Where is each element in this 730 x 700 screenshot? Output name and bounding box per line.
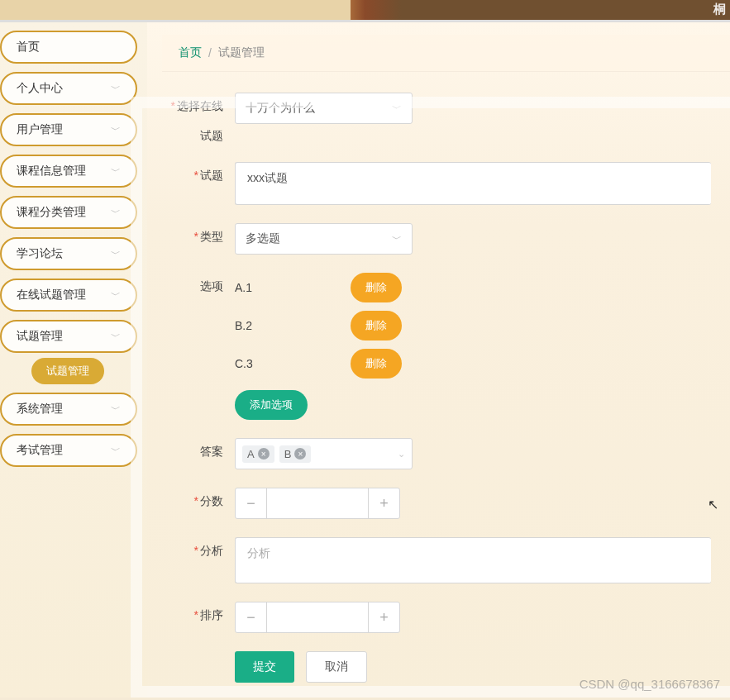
- answer-multiselect[interactable]: A × B × ⌄: [235, 438, 413, 469]
- nav-exam-mgmt[interactable]: 考试管理 ﹀: [0, 434, 137, 467]
- nav-personal-center[interactable]: 个人中心 ﹀: [0, 72, 137, 105]
- add-option-button[interactable]: 添加选项: [235, 390, 308, 420]
- remove-tag-icon[interactable]: ×: [294, 448, 306, 460]
- select-type[interactable]: 多选题 ﹀: [235, 223, 413, 255]
- label-score: *分数: [164, 488, 223, 509]
- chevron-down-icon: ﹀: [111, 206, 121, 220]
- chevron-down-icon: ﹀: [111, 123, 121, 137]
- main-content: 首页 / 试题管理 *选择在线 试题 十万个为什么 ﹀ *试题: [147, 22, 730, 698]
- nav-system-mgmt[interactable]: 系统管理 ﹀: [0, 393, 137, 426]
- analysis-input[interactable]: 分析: [235, 537, 711, 583]
- required-mark: *: [194, 230, 198, 243]
- breadcrumb: 首页 / 试题管理: [162, 35, 730, 72]
- top-banner: 桐: [0, 0, 730, 22]
- nav-label: 系统管理: [17, 402, 63, 417]
- chevron-down-icon: ﹀: [111, 164, 121, 179]
- answer-tag: A ×: [242, 445, 274, 463]
- nav-label: 首页: [17, 40, 40, 55]
- chevron-down-icon: ﹀: [111, 444, 121, 458]
- sidebar: 首页 个人中心 ﹀ 用户管理 ﹀ 课程信息管理 ﹀ 课程分类管理 ﹀ 学习论坛 …: [0, 22, 147, 698]
- label-question: *试题: [164, 162, 223, 183]
- label-answer: 答案: [164, 438, 223, 460]
- nav-course-info-mgmt[interactable]: 课程信息管理 ﹀: [0, 155, 137, 188]
- select-value: 多选题: [246, 231, 280, 246]
- cancel-button[interactable]: 取消: [306, 651, 367, 683]
- chevron-down-icon: ﹀: [392, 232, 402, 246]
- option-text[interactable]: B.2: [235, 319, 351, 332]
- chevron-down-icon: ﹀: [111, 402, 121, 417]
- label-type: *类型: [164, 223, 223, 245]
- nav-submenu: 试题管理: [31, 358, 137, 384]
- delete-option-button[interactable]: 删除: [351, 311, 402, 340]
- nav-label: 课程分类管理: [17, 205, 86, 220]
- score-input[interactable]: [267, 488, 368, 518]
- question-form: *选择在线 试题 十万个为什么 ﹀ *试题 xxx试题: [147, 72, 730, 700]
- nav-study-forum[interactable]: 学习论坛 ﹀: [0, 237, 137, 270]
- option-row: A.1 删除: [235, 273, 402, 302]
- nav-course-category-mgmt[interactable]: 课程分类管理 ﹀: [0, 196, 137, 229]
- delete-option-button[interactable]: 删除: [351, 273, 402, 302]
- breadcrumb-sep: /: [208, 46, 212, 60]
- select-value: 十万个为什么: [246, 101, 315, 116]
- minus-icon[interactable]: −: [236, 488, 267, 518]
- score-stepper[interactable]: − +: [235, 488, 400, 519]
- breadcrumb-home[interactable]: 首页: [179, 45, 202, 60]
- required-mark: *: [194, 544, 198, 557]
- plus-icon[interactable]: +: [368, 488, 399, 518]
- option-text[interactable]: A.1: [235, 281, 351, 294]
- required-mark: *: [194, 608, 198, 621]
- nav-sub-question-mgmt[interactable]: 试题管理: [31, 358, 104, 384]
- label-analysis: *分析: [164, 537, 223, 559]
- required-mark: *: [194, 494, 198, 507]
- nav-label: 试题管理: [17, 329, 63, 344]
- required-mark: *: [171, 99, 175, 112]
- nav-question-mgmt[interactable]: 试题管理 ﹀: [0, 320, 137, 353]
- answer-tag: B ×: [279, 445, 312, 463]
- chevron-down-icon: ﹀: [111, 247, 121, 261]
- nav-label: 考试管理: [17, 443, 63, 458]
- dropdown-icon: ⌄: [398, 449, 405, 460]
- nav-online-question-mgmt[interactable]: 在线试题管理 ﹀: [0, 279, 137, 312]
- banner-text: 桐: [713, 2, 726, 17]
- nav-label: 个人中心: [17, 81, 63, 96]
- label-options: 选项: [164, 273, 223, 294]
- delete-option-button[interactable]: 删除: [351, 349, 402, 379]
- option-text[interactable]: C.3: [235, 357, 351, 370]
- chevron-down-icon: ﹀: [111, 82, 121, 96]
- chevron-down-icon: ﹀: [111, 288, 121, 302]
- nav-home[interactable]: 首页: [0, 31, 137, 64]
- nav-label: 课程信息管理: [17, 164, 86, 179]
- remove-tag-icon[interactable]: ×: [258, 448, 270, 460]
- watermark: CSDN @qq_3166678367: [580, 677, 720, 691]
- nav-user-mgmt[interactable]: 用户管理 ﹀: [0, 113, 137, 146]
- chevron-down-icon: ﹀: [392, 102, 402, 116]
- submit-button[interactable]: 提交: [235, 651, 294, 683]
- nav-label: 用户管理: [17, 122, 63, 137]
- sort-input[interactable]: [267, 602, 368, 632]
- nav-label: 在线试题管理: [17, 288, 86, 302]
- required-mark: *: [194, 169, 198, 182]
- option-row: B.2 删除: [235, 311, 402, 340]
- sort-stepper[interactable]: − +: [235, 602, 400, 633]
- chevron-down-icon: ﹀: [111, 330, 121, 344]
- nav-label: 学习论坛: [17, 246, 63, 261]
- label-sort: *排序: [164, 602, 223, 623]
- minus-icon[interactable]: −: [236, 602, 267, 632]
- label-select-online: *选择在线 试题: [164, 93, 223, 144]
- option-row: C.3 删除: [235, 349, 402, 379]
- breadcrumb-current: 试题管理: [218, 45, 265, 60]
- question-input[interactable]: xxx试题: [235, 162, 711, 205]
- select-online-question[interactable]: 十万个为什么 ﹀: [235, 93, 413, 124]
- plus-icon[interactable]: +: [368, 602, 399, 632]
